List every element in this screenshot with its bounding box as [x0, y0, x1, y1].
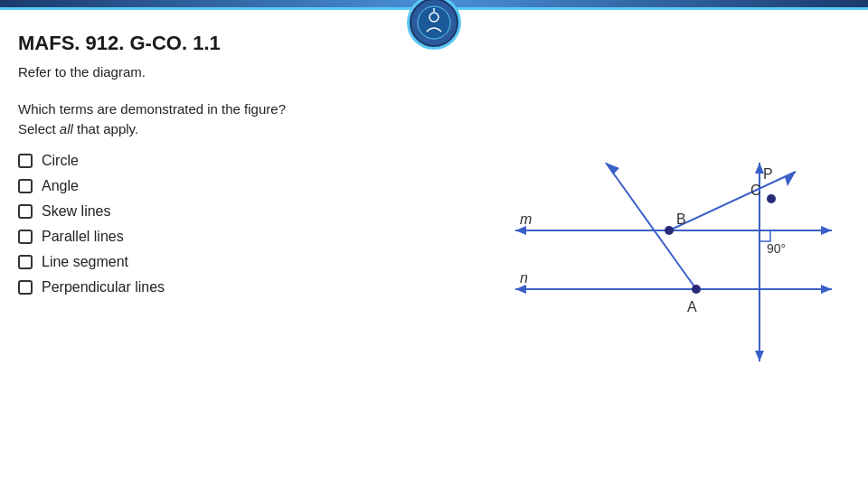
option-circle-label: Circle — [42, 153, 79, 169]
svg-text:m: m — [520, 211, 532, 227]
svg-text:C: C — [750, 183, 761, 198]
svg-marker-8 — [821, 285, 832, 294]
svg-point-17 — [665, 226, 674, 235]
svg-text:B: B — [676, 211, 686, 227]
svg-text:P: P — [763, 166, 773, 182]
svg-marker-14 — [606, 163, 619, 174]
option-angle-label: Angle — [42, 178, 79, 194]
svg-text:A: A — [687, 299, 697, 314]
svg-marker-11 — [755, 351, 764, 361]
checkbox-line-segment[interactable] — [18, 255, 33, 269]
diagram-svg: m n B A P C 90° — [488, 72, 850, 416]
option-skew-lines-label: Skew lines — [42, 203, 110, 220]
diagram-container: m n B A P C 90° — [488, 72, 850, 416]
svg-text:n: n — [520, 270, 528, 286]
svg-line-15 — [669, 172, 796, 230]
option-line-segment-label: Line segment — [42, 254, 128, 270]
svg-rect-12 — [760, 230, 770, 241]
checkbox-angle[interactable] — [18, 179, 33, 193]
checkbox-skew-lines[interactable] — [18, 204, 33, 219]
option-perpendicular-lines-label: Perpendicular lines — [42, 279, 165, 296]
svg-marker-7 — [515, 285, 526, 294]
checkbox-perpendicular-lines[interactable] — [18, 280, 33, 295]
svg-marker-4 — [515, 226, 526, 235]
svg-point-18 — [692, 285, 701, 294]
option-parallel-lines-label: Parallel lines — [42, 229, 124, 245]
logo-inner — [411, 0, 457, 45]
svg-point-19 — [767, 194, 776, 203]
svg-text:90°: 90° — [767, 241, 786, 256]
checkbox-parallel-lines[interactable] — [18, 230, 33, 244]
checkbox-circle[interactable] — [18, 154, 33, 168]
svg-marker-5 — [821, 226, 832, 235]
